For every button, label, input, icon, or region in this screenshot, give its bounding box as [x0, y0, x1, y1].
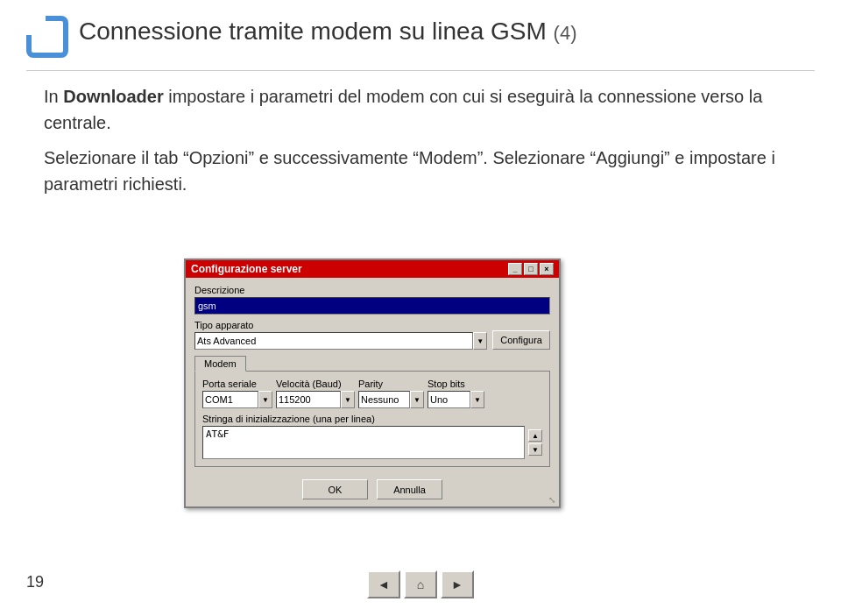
dialog-title: Configurazione server — [191, 263, 302, 275]
stringa-down-button[interactable]: ▼ — [528, 443, 542, 456]
stringa-buttons: ▲ ▼ — [528, 429, 542, 456]
dialog-body: Descrizione Tipo apparato Ats Advanced ▼… — [186, 278, 559, 474]
nav-next-button[interactable]: ► — [441, 570, 474, 598]
ok-button[interactable]: OK — [302, 479, 368, 499]
stringa-label: Stringa di inizializzazione (una per lin… — [202, 414, 542, 424]
descrizione-label: Descrizione — [194, 285, 550, 295]
fields-header: Porta seriale Velocità (Baud) Parity Sto… — [202, 379, 542, 389]
logo-shape — [26, 16, 68, 58]
maximize-button[interactable]: □ — [524, 263, 538, 275]
porta-select[interactable]: COM1 — [202, 391, 258, 408]
annulla-button[interactable]: Annulla — [377, 479, 442, 499]
porta-seriale-header: Porta seriale — [202, 379, 272, 389]
parity-header: Parity — [358, 379, 424, 389]
dialog-titlebar: Configurazione server _ □ × — [186, 260, 559, 278]
tipo-apparato-row: Tipo apparato Ats Advanced ▼ Configura — [194, 320, 550, 350]
velocita-field-group: 115200 ▼ — [276, 391, 355, 408]
nav-bar: ◄ ⌂ ► — [367, 570, 474, 598]
fields-row: COM1 ▼ 115200 ▼ — [202, 391, 542, 408]
tipo-apparato-wrapper: Ats Advanced ▼ — [194, 332, 487, 350]
stringa-up-button[interactable]: ▲ — [528, 429, 542, 442]
top-divider — [26, 70, 815, 71]
porta-arrow[interactable]: ▼ — [258, 391, 272, 408]
configura-button[interactable]: Configura — [492, 330, 550, 350]
porta-field-group: COM1 ▼ — [202, 391, 272, 408]
porta-wrapper: COM1 ▼ — [202, 391, 272, 408]
tipo-apparato-label: Tipo apparato — [194, 320, 487, 330]
minimize-button[interactable]: _ — [508, 263, 522, 275]
velocita-select[interactable]: 115200 — [276, 391, 341, 408]
tab-modem[interactable]: Modem — [194, 356, 246, 372]
nav-home-button[interactable]: ⌂ — [404, 570, 437, 598]
stop-bits-wrapper: Uno ▼ — [428, 391, 484, 408]
stringa-input[interactable]: AT&F — [202, 426, 525, 459]
descrizione-input[interactable] — [194, 297, 550, 315]
content-area: In Downloader impostare i parametri del … — [44, 83, 797, 202]
tipo-apparato-group: Tipo apparato Ats Advanced ▼ — [194, 320, 487, 350]
tab-bar: Modem — [194, 355, 550, 371]
page-number: 19 — [26, 573, 44, 591]
para1-bold: Downloader — [63, 87, 163, 106]
dialog-footer: OK Annulla — [186, 474, 559, 506]
stringa-row: AT&F ▲ ▼ — [202, 426, 542, 459]
title-subtitle: (4) — [554, 22, 577, 44]
tipo-apparato-arrow[interactable]: ▼ — [473, 332, 487, 350]
dialog: Configurazione server _ □ × Descrizione … — [184, 258, 561, 508]
close-button[interactable]: × — [540, 263, 554, 275]
page-title: Connessione tramite modem su linea GSM (… — [79, 18, 815, 46]
velocita-arrow[interactable]: ▼ — [341, 391, 355, 408]
parity-field-group: Nessuno ▼ — [358, 391, 424, 408]
tab-container: Modem Porta seriale Velocità (Baud) Pari… — [194, 355, 550, 467]
paragraph1: In Downloader impostare i parametri del … — [44, 83, 797, 136]
paragraph2: Selezionare il tab “Opzioni” e successiv… — [44, 145, 797, 197]
tipo-apparato-select[interactable]: Ats Advanced — [194, 332, 473, 350]
parity-select[interactable]: Nessuno — [358, 391, 410, 408]
titlebar-buttons: _ □ × — [508, 263, 554, 275]
stop-bits-header: Stop bits — [428, 379, 484, 389]
stop-bits-arrow[interactable]: ▼ — [470, 391, 484, 408]
logo — [26, 16, 68, 58]
resize-handle[interactable]: ⤡ — [548, 496, 559, 506]
para1-prefix: In — [44, 87, 63, 106]
stop-bits-select[interactable]: Uno — [428, 391, 470, 408]
stop-bits-field-group: Uno ▼ — [428, 391, 484, 408]
nav-prev-button[interactable]: ◄ — [367, 570, 400, 598]
parity-arrow[interactable]: ▼ — [410, 391, 424, 408]
dialog-wrapper: Configurazione server _ □ × Descrizione … — [184, 258, 561, 508]
tab-content: Porta seriale Velocità (Baud) Parity Sto… — [194, 371, 550, 467]
title-text: Connessione tramite modem su linea GSM — [79, 18, 547, 45]
parity-wrapper: Nessuno ▼ — [358, 391, 424, 408]
velocita-header: Velocità (Baud) — [276, 379, 355, 389]
velocita-wrapper: 115200 ▼ — [276, 391, 355, 408]
